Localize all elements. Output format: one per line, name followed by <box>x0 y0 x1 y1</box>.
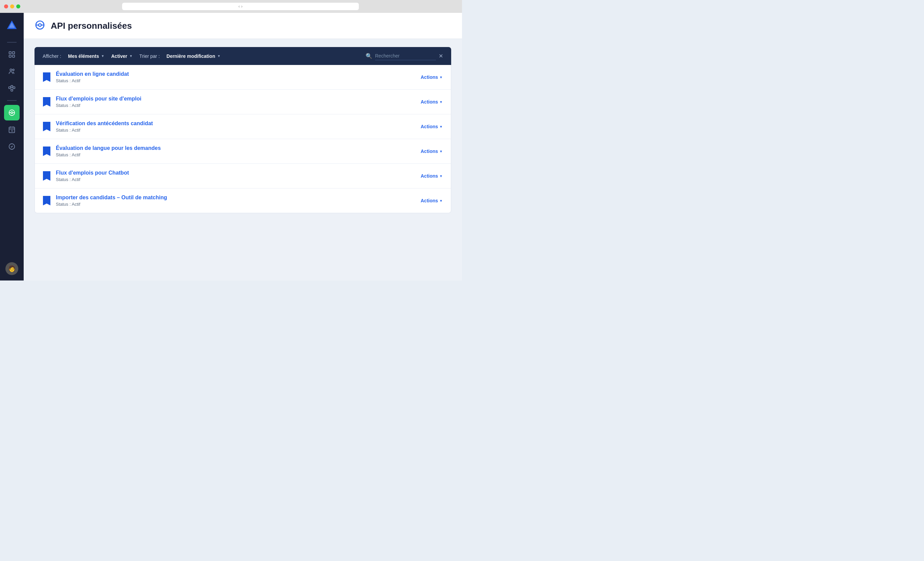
clear-search-button[interactable]: ✕ <box>439 53 443 59</box>
list-item: Flux d'emplois pour Chatbot Status : Act… <box>35 164 451 188</box>
search-icon: 🔍 <box>366 53 372 59</box>
item-info: Évaluation de langue pour les demandes S… <box>56 145 416 157</box>
browser-chrome: ‹ › <box>0 0 462 13</box>
afficher-label: Afficher : <box>43 53 61 59</box>
api-list: Évaluation en ligne candidat Status : Ac… <box>34 65 451 213</box>
filter-bar: Afficher : Mes éléments ▼ Activer ▼ Trie… <box>34 47 451 65</box>
svg-point-25 <box>39 24 41 26</box>
svg-rect-1 <box>12 52 15 54</box>
svg-rect-0 <box>9 52 11 54</box>
svg-rect-7 <box>13 87 15 89</box>
app-logo[interactable] <box>5 18 19 33</box>
item-info: Flux d'emplois pour site d'emploi Status… <box>56 96 416 108</box>
svg-rect-3 <box>12 55 15 57</box>
user-avatar[interactable]: 🧑 <box>5 262 18 275</box>
traffic-lights <box>4 5 20 9</box>
item-name[interactable]: Vérification des antécédents candidat <box>56 120 153 126</box>
nav-arrows: ‹ › <box>238 4 243 9</box>
item-info: Évaluation en ligne candidat Status : Ac… <box>56 71 416 83</box>
actions-button[interactable]: Actions ▼ <box>421 173 443 179</box>
chevron-down-icon: ▼ <box>440 75 443 79</box>
actions-button[interactable]: Actions ▼ <box>421 99 443 105</box>
app-layout: 31 🧑 API personnalisées <box>0 13 462 281</box>
svg-rect-9 <box>11 89 13 91</box>
maximize-button[interactable] <box>16 5 20 9</box>
svg-text:31: 31 <box>11 129 14 132</box>
page-title: API personnalisées <box>51 21 132 31</box>
sidebar-item-users[interactable] <box>4 64 20 79</box>
item-status: Status : Actif <box>56 78 416 83</box>
list-item: Importer des candidats – Outil de matchi… <box>35 188 451 213</box>
chevron-down-icon: ▼ <box>129 54 133 58</box>
sidebar-item-calendar[interactable]: 31 <box>4 122 20 137</box>
mes-elements-dropdown[interactable]: Mes éléments ▼ <box>68 53 105 59</box>
svg-rect-8 <box>11 86 13 88</box>
forward-arrow[interactable]: › <box>241 4 243 9</box>
list-item: Évaluation en ligne candidat Status : Ac… <box>35 65 451 90</box>
actions-button[interactable]: Actions ▼ <box>421 74 443 80</box>
activer-dropdown[interactable]: Activer ▼ <box>111 53 133 59</box>
item-bookmark <box>43 196 50 205</box>
sidebar-item-integrations[interactable] <box>4 81 20 96</box>
chevron-down-icon: ▼ <box>440 150 443 153</box>
item-bookmark <box>43 122 50 131</box>
item-name[interactable]: Évaluation en ligne candidat <box>56 71 129 77</box>
sidebar-divider-1 <box>7 42 16 43</box>
chevron-down-icon: ▼ <box>217 54 220 58</box>
list-item: Vérification des antécédents candidat St… <box>35 114 451 139</box>
sidebar-item-dashboard[interactable] <box>4 47 20 62</box>
item-name[interactable]: Flux d'emplois pour site d'emploi <box>56 96 141 102</box>
actions-button[interactable]: Actions ▼ <box>421 124 443 129</box>
item-status: Status : Actif <box>56 128 416 132</box>
page-header-icon <box>34 20 45 32</box>
item-bookmark <box>43 171 50 181</box>
svg-rect-6 <box>9 87 11 89</box>
back-arrow[interactable]: ‹ <box>238 4 240 9</box>
chevron-down-icon: ▼ <box>440 125 443 129</box>
item-status: Status : Actif <box>56 202 416 207</box>
trier-par-label: Trier par : <box>140 53 160 59</box>
sidebar-item-api[interactable] <box>4 105 20 120</box>
actions-button[interactable]: Actions ▼ <box>421 149 443 154</box>
item-name[interactable]: Évaluation de langue pour les demandes <box>56 145 160 151</box>
item-info: Flux d'emplois pour Chatbot Status : Act… <box>56 170 416 182</box>
chevron-down-icon: ▼ <box>101 54 105 58</box>
chevron-down-icon: ▼ <box>440 174 443 178</box>
page-header: API personnalisées <box>24 13 462 39</box>
sidebar-divider-2 <box>7 100 16 101</box>
search-area: 🔍 ✕ <box>366 52 443 60</box>
derniere-modification-dropdown[interactable]: Dernière modification ▼ <box>166 53 220 59</box>
address-bar[interactable]: ‹ › <box>122 3 359 10</box>
content-area: Afficher : Mes éléments ▼ Activer ▼ Trie… <box>24 39 462 221</box>
item-status: Status : Actif <box>56 152 416 157</box>
list-item: Évaluation de langue pour les demandes S… <box>35 139 451 164</box>
chevron-down-icon: ▼ <box>440 100 443 104</box>
list-item: Flux d'emplois pour site d'emploi Status… <box>35 90 451 114</box>
svg-point-15 <box>11 112 13 114</box>
item-status: Status : Actif <box>56 103 416 108</box>
item-info: Importer des candidats – Outil de matchi… <box>56 194 416 207</box>
item-bookmark <box>43 72 50 82</box>
svg-point-4 <box>10 69 12 71</box>
close-button[interactable] <box>4 5 8 9</box>
chevron-down-icon: ▼ <box>440 199 443 203</box>
item-status: Status : Actif <box>56 177 416 182</box>
svg-rect-2 <box>9 55 11 57</box>
item-info: Vérification des antécédents candidat St… <box>56 120 416 132</box>
actions-button[interactable]: Actions ▼ <box>421 198 443 203</box>
search-input[interactable] <box>375 52 436 60</box>
svg-point-5 <box>12 69 14 71</box>
item-name[interactable]: Importer des candidats – Outil de matchi… <box>56 194 167 200</box>
item-bookmark <box>43 97 50 107</box>
item-bookmark <box>43 146 50 156</box>
main-content: API personnalisées Afficher : Mes élémen… <box>24 13 462 281</box>
sidebar: 31 🧑 <box>0 13 24 281</box>
minimize-button[interactable] <box>10 5 14 9</box>
item-name[interactable]: Flux d'emplois pour Chatbot <box>56 170 129 176</box>
sidebar-item-tasks[interactable] <box>4 139 20 154</box>
